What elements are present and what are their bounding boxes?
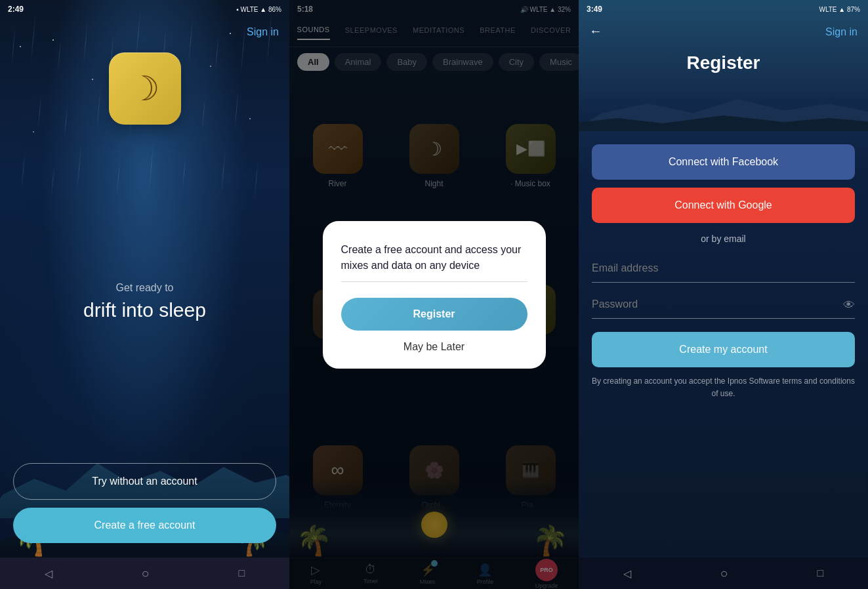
status-bar-3: 3:49 WLTE ▲ 87%	[579, 0, 868, 18]
moon-icon: ☽	[129, 71, 160, 106]
status-icons: ▪ WLTE ▲ 86%	[236, 6, 281, 13]
status-time: 2:49	[8, 5, 24, 14]
status-bar: 2:49 ▪ WLTE ▲ 86%	[0, 0, 289, 18]
register-signin-link[interactable]: Sign in	[825, 26, 858, 38]
modal-later-button[interactable]: May be Later	[403, 341, 465, 353]
nav-home-icon[interactable]: ○	[142, 566, 150, 581]
modal-overlay: Create a free account and access your mi…	[289, 0, 579, 589]
nav-back-icon[interactable]: ◁	[45, 567, 52, 580]
nav-recents-icon[interactable]: □	[238, 567, 245, 579]
create-account-button[interactable]: Create my account	[592, 332, 855, 367]
register-panel: 3:49 WLTE ▲ 87% ← Sign in Register Conne…	[579, 0, 868, 589]
google-connect-button[interactable]: Connect with Google	[592, 188, 855, 223]
terms-text: By creating an account you accept the Ip…	[592, 375, 855, 400]
action-buttons: Try without an account Create a free acc…	[0, 463, 289, 543]
welcome-panel: 2:49 ▪ WLTE ▲ 86% Sign in ☽ Get ready to…	[0, 0, 289, 589]
register-modal: Create a free account and access your mi…	[323, 221, 546, 369]
email-input[interactable]	[592, 254, 855, 283]
register-content: 3:49 WLTE ▲ 87% ← Sign in Register Conne…	[579, 0, 868, 589]
status-time-3: 3:49	[587, 5, 602, 14]
register-title: Register	[579, 52, 868, 73]
nav-back-icon-3[interactable]: ◁	[623, 567, 631, 580]
eye-icon[interactable]: 👁	[843, 298, 855, 312]
modal-register-button[interactable]: Register	[341, 298, 527, 331]
modal-text: Create a free account and access your mi…	[341, 242, 527, 274]
terms-prefix: By creating an account you accept the Ip…	[592, 376, 782, 386]
try-without-button[interactable]: Try without an account	[13, 463, 276, 500]
modal-divider	[341, 281, 527, 282]
password-input[interactable]	[592, 291, 855, 319]
register-form: Connect with Facebook Connect with Googl…	[579, 131, 868, 413]
back-button[interactable]: ←	[589, 24, 602, 39]
sounds-panel: 5:18 🔊 WLTE ▲ 32% SOUNDS SLEEPMOVES MEDI…	[289, 0, 579, 589]
main-tagline: drift into sleep	[83, 299, 206, 321]
nav-home-icon-3[interactable]: ○	[720, 566, 728, 581]
bottom-nav-3: ◁ ○ □	[579, 558, 868, 589]
password-field-wrapper: 👁	[592, 291, 855, 319]
welcome-text: Get ready to	[115, 282, 173, 294]
app-logo: ☽	[109, 52, 181, 125]
or-by-email-label: or by email	[592, 231, 855, 247]
facebook-connect-button[interactable]: Connect with Facebook	[592, 144, 855, 180]
bottom-nav: ◁ ○ □	[0, 558, 289, 589]
status-icons-3: WLTE ▲ 87%	[819, 6, 860, 13]
nav-recents-icon-3[interactable]: □	[817, 567, 823, 579]
create-free-account-button[interactable]: Create a free account	[13, 508, 276, 543]
